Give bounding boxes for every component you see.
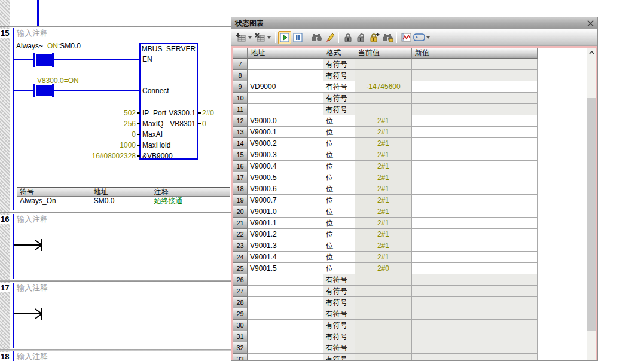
new-value-cell[interactable]	[412, 93, 538, 104]
network17-comment[interactable]: 输入注释	[17, 284, 48, 292]
format-cell[interactable]: 位	[323, 218, 355, 229]
new-value-cell[interactable]	[412, 104, 538, 115]
address-cell[interactable]: V9000.3	[248, 149, 323, 161]
format-cell[interactable]: 位	[323, 206, 355, 218]
address-cell[interactable]: V9001.2	[248, 229, 323, 240]
new-value-cell[interactable]	[412, 308, 538, 320]
address-cell[interactable]	[248, 308, 323, 320]
scroll-up-button[interactable]	[587, 48, 596, 57]
address-cell[interactable]: V9000.1	[248, 127, 323, 138]
address-cell[interactable]: V9000.0	[248, 115, 323, 127]
new-value-cell[interactable]	[412, 274, 538, 286]
address-cell[interactable]	[248, 59, 323, 70]
format-column-header[interactable]: 格式	[323, 48, 355, 59]
contact1-label[interactable]: Always~=ON:SM0.0	[16, 42, 81, 50]
row-number-cell[interactable]: 23	[233, 240, 248, 252]
address-cell[interactable]: V9001.0	[248, 206, 323, 218]
new-value-cell[interactable]	[412, 183, 538, 195]
format-cell[interactable]: 位	[323, 240, 355, 252]
address-cell[interactable]: VD9000	[248, 81, 323, 93]
row-number-cell[interactable]: 20	[233, 206, 248, 218]
row-number-cell[interactable]: 12	[233, 115, 248, 127]
new-value-cell[interactable]	[412, 206, 538, 218]
scrollbar-thumb[interactable]	[587, 98, 596, 331]
format-cell[interactable]: 有符号	[323, 59, 355, 70]
address-cell[interactable]: V9000.5	[248, 172, 323, 183]
new-value-cell[interactable]	[412, 149, 538, 161]
close-icon[interactable]	[586, 19, 595, 27]
network15-comment[interactable]: 输入注释	[17, 29, 48, 38]
new-value-cell[interactable]	[412, 252, 538, 263]
row-number-cell[interactable]: 29	[233, 308, 248, 320]
new-value-cell[interactable]	[412, 195, 538, 206]
read-all-button[interactable]	[310, 31, 323, 44]
new-value-cell[interactable]	[412, 138, 538, 149]
format-cell[interactable]: 有符号	[323, 354, 355, 360]
network18-comment[interactable]: 输入注释	[17, 353, 48, 361]
network16-comment[interactable]: 输入注释	[17, 215, 48, 224]
comment-cell[interactable]: 始终接通	[151, 197, 230, 206]
bookmark-dropdown-icon[interactable]	[426, 36, 430, 39]
address-cell[interactable]	[248, 70, 323, 81]
pause-chart-button[interactable]	[291, 31, 304, 44]
new-value-cell[interactable]	[412, 342, 538, 354]
format-cell[interactable]: 位	[323, 183, 355, 195]
address-cell[interactable]	[248, 354, 323, 360]
format-cell[interactable]: 有符号	[323, 342, 355, 354]
write-all-button[interactable]	[323, 31, 336, 44]
new-value-cell[interactable]	[412, 286, 538, 297]
chart-status-on-button[interactable]	[278, 31, 291, 44]
row-number-cell[interactable]: 11	[233, 104, 248, 115]
new-value-cell[interactable]	[412, 240, 538, 252]
row-number-cell[interactable]: 16	[233, 161, 248, 172]
row-number-cell[interactable]: 15	[233, 149, 248, 161]
address-cell[interactable]: V9000.6	[248, 183, 323, 195]
format-cell[interactable]: 有符号	[323, 331, 355, 342]
address-cell[interactable]	[248, 297, 323, 308]
contact2-label[interactable]: V8300.0=ON	[37, 77, 79, 85]
read-forced-button[interactable]	[381, 31, 394, 44]
symbol-cell[interactable]: Always_On	[17, 197, 91, 206]
insert-row-button[interactable]	[234, 31, 248, 44]
row-number-cell[interactable]: 9	[233, 81, 248, 93]
row-number-cell[interactable]: 28	[233, 297, 248, 308]
new-value-cell[interactable]	[412, 115, 538, 127]
row-number-cell[interactable]: 7	[233, 59, 248, 70]
status-chart-titlebar[interactable]: 状态图表	[231, 17, 597, 29]
address-cell[interactable]	[248, 104, 323, 115]
new-value-cell[interactable]	[412, 263, 538, 274]
format-cell[interactable]: 位	[323, 263, 355, 274]
bookmark-button[interactable]	[413, 31, 426, 44]
address-cell[interactable]: SM0.0	[91, 197, 152, 206]
delete-row-button[interactable]	[254, 31, 267, 44]
format-cell[interactable]: 位	[323, 138, 355, 149]
vertical-scrollbar[interactable]	[587, 48, 596, 360]
row-number-cell[interactable]: 33	[233, 354, 248, 360]
row-number-cell[interactable]: 8	[233, 70, 248, 81]
address-cell[interactable]	[248, 342, 323, 354]
format-cell[interactable]: 有符号	[323, 286, 355, 297]
format-cell[interactable]: 位	[323, 149, 355, 161]
row-number-cell[interactable]: 24	[233, 252, 248, 263]
contact1-energized-square[interactable]	[36, 54, 52, 66]
format-cell[interactable]: 位	[323, 127, 355, 138]
address-cell[interactable]	[248, 286, 323, 297]
current-value-column-header[interactable]: 当前值	[355, 48, 412, 59]
new-value-cell[interactable]	[412, 59, 538, 70]
row-number-cell[interactable]: 21	[233, 218, 248, 229]
address-cell[interactable]: V9001.1	[248, 218, 323, 229]
insert-row-dropdown-icon[interactable]	[248, 36, 252, 39]
new-value-cell[interactable]	[412, 297, 538, 308]
address-column-header[interactable]: 地址	[248, 48, 323, 59]
unforce-button[interactable]	[355, 31, 368, 44]
address-cell[interactable]: V9000.4	[248, 161, 323, 172]
format-cell[interactable]: 有符号	[323, 320, 355, 331]
new-value-cell[interactable]	[412, 218, 538, 229]
address-cell[interactable]	[248, 93, 323, 104]
new-value-cell[interactable]	[412, 331, 538, 342]
row-number-cell[interactable]: 22	[233, 229, 248, 240]
row-number-cell[interactable]: 27	[233, 286, 248, 297]
address-cell[interactable]	[248, 274, 323, 286]
format-cell[interactable]: 位	[323, 161, 355, 172]
contact2-energized-square[interactable]	[36, 85, 52, 96]
